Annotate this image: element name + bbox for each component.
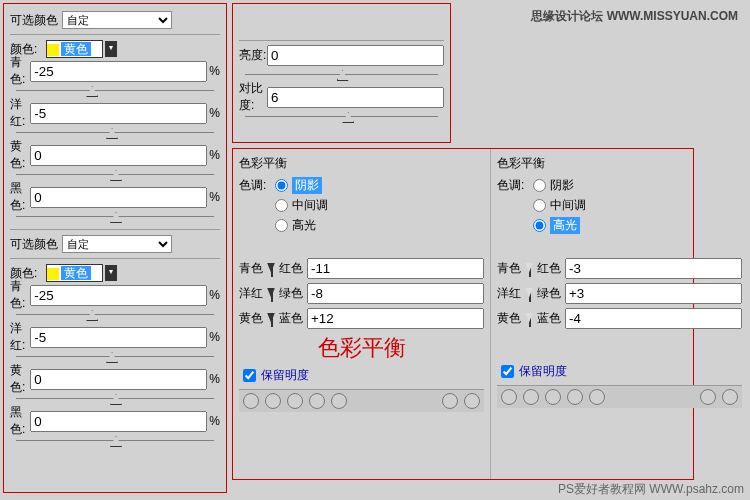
brightness-label: 亮度:: [239, 47, 267, 64]
color-balance-container: 色彩平衡 色调:阴影 中间调 高光 青色红色 洋红绿色 黄色蓝色 色彩平衡 保留…: [232, 148, 694, 480]
brightness-input[interactable]: [267, 45, 444, 66]
header-watermark: 思缘设计论坛 WWW.MISSYUAN.COM: [531, 8, 738, 25]
cb-title: 色彩平衡: [239, 155, 484, 172]
footer-watermark: PS爱好者教程网 WWW.psahz.com: [558, 481, 744, 498]
magenta-input[interactable]: [30, 103, 207, 124]
selective-color-panel: 可选颜色 自定 颜色: 黄色▾ 青色:% 洋红:% 黄色:% 黑色:% 可选颜色…: [3, 3, 227, 493]
icon-3[interactable]: [287, 393, 303, 409]
mg-input[interactable]: [307, 283, 484, 304]
yellow-input[interactable]: [30, 145, 207, 166]
color-balance-right: 色彩平衡 色调:阴影 中间调 高光 青色红色 洋红绿色 黄色蓝色 保留明度: [491, 149, 748, 479]
preset-label: 可选颜色: [10, 12, 62, 29]
color-dropdown[interactable]: 黄色: [46, 40, 103, 58]
icon-bar: [239, 389, 484, 412]
preserve-lum-check[interactable]: [243, 369, 256, 382]
contrast-input[interactable]: [267, 87, 444, 108]
icon-5[interactable]: [331, 393, 347, 409]
black-slider[interactable]: [16, 209, 214, 225]
icon-7[interactable]: [464, 393, 480, 409]
preset-select-2[interactable]: 自定: [62, 235, 172, 253]
color-dropdown-2[interactable]: 黄色: [46, 264, 103, 282]
magenta-slider[interactable]: [16, 125, 214, 141]
color-balance-left: 色彩平衡 色调:阴影 中间调 高光 青色红色 洋红绿色 黄色蓝色 色彩平衡 保留…: [233, 149, 491, 479]
brightness-panel: 亮度: 对比度:: [232, 3, 451, 143]
tone-hi-radio[interactable]: [275, 219, 288, 232]
brightness-slider[interactable]: [245, 67, 438, 83]
tone-shadow-radio[interactable]: [275, 179, 288, 192]
icon-1[interactable]: [243, 393, 259, 409]
yellow-slider[interactable]: [16, 167, 214, 183]
preset-select[interactable]: 自定: [62, 11, 172, 29]
cyan-input[interactable]: [30, 61, 207, 82]
chevron-down-icon[interactable]: ▾: [105, 41, 117, 57]
contrast-slider[interactable]: [245, 109, 438, 125]
black-input[interactable]: [30, 187, 207, 208]
icon-4[interactable]: [309, 393, 325, 409]
caption: 色彩平衡: [239, 333, 484, 363]
tone-mid-radio[interactable]: [275, 199, 288, 212]
icon-2[interactable]: [265, 393, 281, 409]
cyan-slider[interactable]: [16, 83, 214, 99]
icon-6[interactable]: [442, 393, 458, 409]
yb-input[interactable]: [307, 308, 484, 329]
cr-input[interactable]: [307, 258, 484, 279]
